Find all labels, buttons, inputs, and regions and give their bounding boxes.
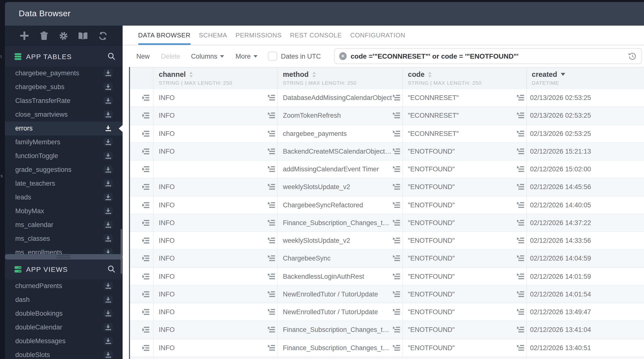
search-icon[interactable]	[108, 266, 115, 273]
open-record-icon[interactable]	[142, 273, 150, 280]
sidebar-table-ClassTransferRate[interactable]: ClassTransferRate	[5, 94, 122, 108]
download-icon[interactable]	[103, 138, 112, 146]
cell-method[interactable]: DatabaseAddMissingCalendarObject	[278, 89, 403, 106]
cell-method[interactable]: NewEnrolledTutor / TutorUpdate	[278, 303, 403, 321]
sidebar-view-churnedParents[interactable]: churnedParents	[5, 279, 122, 293]
edit-cell-icon[interactable]	[517, 166, 524, 172]
edit-cell-icon[interactable]	[517, 255, 524, 262]
edit-cell-icon[interactable]	[393, 255, 400, 262]
download-icon[interactable]	[103, 207, 112, 216]
cell-created[interactable]: 02/12/2026 14:04:59	[526, 250, 644, 268]
edit-cell-icon[interactable]	[393, 184, 400, 190]
cell-code[interactable]: "ENOTFOUND"	[403, 339, 526, 356]
docs-button[interactable]	[77, 30, 89, 42]
sidebar-table-ms_enrollments[interactable]: ms_enrollments	[5, 246, 122, 254]
sidebar-table-late_teachers[interactable]: late_teachers	[5, 176, 122, 190]
edit-cell-icon[interactable]	[393, 344, 400, 351]
edit-cell-icon[interactable]	[517, 309, 524, 315]
edit-cell-icon[interactable]	[393, 273, 400, 280]
cell-created[interactable]: 02/12/2026 14:37:22	[526, 214, 644, 232]
cell-code[interactable]: "ENOTFOUND"	[403, 143, 526, 160]
open-record-icon[interactable]	[142, 94, 150, 101]
open-record-icon[interactable]	[142, 148, 150, 155]
cell-method[interactable]: addMissingCalendarEvent Timer	[278, 160, 403, 178]
cell-code[interactable]: "ENOTFOUND"	[403, 268, 526, 285]
download-icon[interactable]	[103, 96, 112, 105]
cell-method[interactable]: BackendlessLoginAuthRest	[278, 268, 403, 285]
cell-code[interactable]: "ENOTFOUND"	[403, 303, 526, 321]
download-icon[interactable]	[103, 124, 112, 133]
cell-method[interactable]: ZoomTokenRefresh	[278, 107, 403, 124]
open-record-icon[interactable]	[142, 220, 150, 226]
open-record-icon[interactable]	[142, 112, 150, 119]
sidebar-table-leads[interactable]: leads	[5, 190, 122, 204]
cell-channel[interactable]: INFO	[154, 321, 278, 339]
edit-cell-icon[interactable]	[268, 184, 275, 190]
edit-cell-icon[interactable]	[517, 237, 524, 244]
edit-cell-icon[interactable]	[517, 202, 524, 208]
cell-method[interactable]: BackendCreateMSCalendarObjectB…	[278, 143, 403, 160]
edit-cell-icon[interactable]	[393, 166, 400, 172]
edit-cell-icon[interactable]	[393, 291, 400, 298]
sidebar-table-chargebee_subs[interactable]: chargebee_subs	[5, 80, 122, 94]
download-icon[interactable]	[103, 69, 112, 78]
sidebar-table-close_smartviews[interactable]: close_smartviews	[5, 108, 122, 122]
cell-channel[interactable]	[154, 160, 278, 178]
edit-cell-icon[interactable]	[517, 148, 524, 155]
edit-cell-icon[interactable]	[268, 112, 275, 119]
cell-created[interactable]: 02/12/2026 14:01:59	[526, 268, 644, 285]
edit-cell-icon[interactable]	[393, 148, 400, 155]
add-table-button[interactable]	[19, 30, 30, 42]
column-header-method[interactable]: method STRING | MAX LENGTH: 250	[278, 68, 403, 89]
cell-channel[interactable]: INFO	[154, 250, 278, 268]
open-record-icon[interactable]	[142, 184, 150, 190]
cell-channel[interactable]: INFO	[154, 125, 278, 142]
sidebar-scrollbar[interactable]	[121, 229, 122, 274]
edit-cell-icon[interactable]	[517, 344, 524, 351]
cell-method[interactable]: chargebee_payments	[278, 125, 403, 142]
refresh-button[interactable]	[97, 30, 108, 42]
cell-channel[interactable]: INFO	[154, 339, 278, 356]
edit-cell-icon[interactable]	[393, 112, 400, 119]
download-icon[interactable]	[103, 83, 112, 91]
cell-code[interactable]: "ENOTFOUND"	[403, 214, 526, 232]
sidebar-table-grade_suggestions[interactable]: grade_suggestions	[5, 163, 122, 176]
cell-method[interactable]: Finance_Subscription_Changes_to_…	[278, 339, 403, 356]
cell-created[interactable]: 02/12/2026 15:02:00	[526, 160, 644, 178]
more-dropdown[interactable]: More	[236, 52, 258, 60]
cell-created[interactable]: 02/13/2026 02:53:25	[526, 89, 644, 106]
download-icon[interactable]	[103, 220, 112, 229]
cell-channel[interactable]: INFO	[154, 303, 278, 321]
edit-cell-icon[interactable]	[393, 220, 400, 226]
cell-channel[interactable]: INFO	[154, 214, 278, 232]
cell-code[interactable]: "ECONNRESET"	[403, 89, 526, 106]
tab-rest-console[interactable]: REST CONSOLE	[290, 26, 342, 45]
columns-dropdown[interactable]: Columns	[191, 52, 224, 60]
edit-cell-icon[interactable]	[268, 220, 275, 226]
cell-code[interactable]: "ENOTFOUND"	[403, 178, 526, 196]
cell-created[interactable]: 02/12/2026 14:33:56	[526, 232, 644, 250]
open-record-icon[interactable]	[142, 309, 150, 315]
search-icon[interactable]	[108, 53, 115, 60]
download-icon[interactable]	[103, 323, 112, 332]
cell-method[interactable]: Finance_Subscription_Changes_to_…	[278, 321, 403, 339]
sidebar-table-functionToggle[interactable]: functionToggle	[5, 149, 122, 163]
cell-channel[interactable]: INFO	[154, 89, 278, 106]
cell-channel[interactable]: INFO	[154, 143, 278, 160]
edit-cell-icon[interactable]	[517, 112, 524, 119]
cell-created[interactable]: 02/12/2026 13:40:51	[526, 339, 644, 356]
delete-button[interactable]: Delete	[161, 52, 180, 60]
new-button[interactable]: New	[136, 52, 150, 60]
tab-configuration[interactable]: CONFIGURATION	[350, 26, 405, 45]
cell-channel[interactable]: INFO	[154, 232, 278, 250]
edit-cell-icon[interactable]	[517, 273, 524, 280]
edit-cell-icon[interactable]	[393, 94, 400, 101]
sidebar-table-MobyMax[interactable]: MobyMax	[5, 204, 122, 218]
edit-cell-icon[interactable]	[393, 130, 400, 137]
sidebar-table-familyMembers[interactable]: familyMembers	[5, 135, 122, 149]
tab-schema[interactable]: SCHEMA	[199, 26, 227, 45]
settings-button[interactable]	[58, 30, 70, 42]
cell-channel[interactable]: INFO	[154, 178, 278, 196]
open-record-icon[interactable]	[142, 291, 150, 298]
cell-created[interactable]: 02/12/2026 14:40:05	[526, 196, 644, 214]
